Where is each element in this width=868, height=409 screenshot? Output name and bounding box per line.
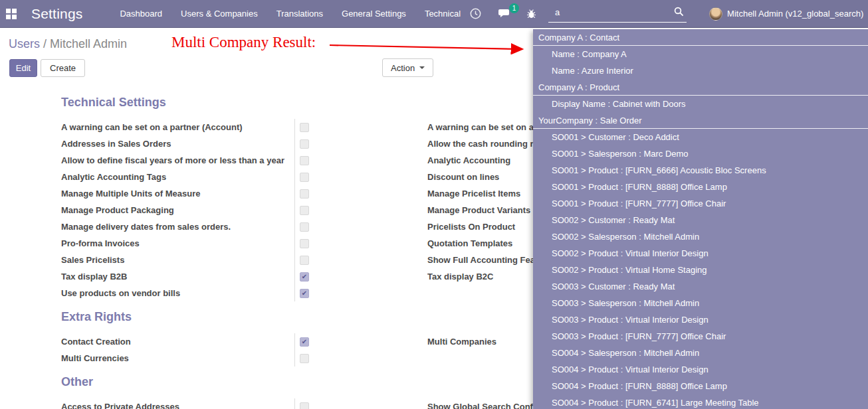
checkbox-cell xyxy=(294,285,427,301)
search-result-item[interactable]: SO003 > Customer : Ready Mat xyxy=(533,278,868,295)
checkbox-cell xyxy=(294,169,427,185)
checkbox[interactable] xyxy=(300,139,309,149)
search-result-item[interactable]: Name : Company A xyxy=(533,46,868,62)
search-result-item[interactable]: SO002 > Salesperson : Mitchell Admin xyxy=(533,228,868,245)
search-result-item[interactable]: SO001 > Product : [FURN_7777] Office Cha… xyxy=(533,195,868,212)
search-result-item[interactable]: SO004 > Product : [FURN_8888] Office Lam… xyxy=(533,378,868,394)
setting-label: Access to Private Addresses xyxy=(61,402,294,409)
breadcrumb-separator: / xyxy=(40,37,50,50)
setting-label: Manage Multiple Units of Measure xyxy=(61,189,294,199)
checkbox-cell xyxy=(294,235,427,252)
search-result-item[interactable]: SO002 > Customer : Ready Mat xyxy=(533,212,868,228)
checkbox[interactable] xyxy=(300,123,309,132)
setting-label: Manage delivery dates from sales orders. xyxy=(61,222,294,232)
search-result-item[interactable]: SO001 > Salesperson : Marc Demo xyxy=(533,145,868,162)
checkbox-cell xyxy=(294,218,427,235)
search-group-header: Company A : Product xyxy=(533,79,868,96)
setting-label: Pro-forma Invoices xyxy=(61,238,294,248)
action-label: Action xyxy=(391,63,415,73)
setting-label: Sales Pricelists xyxy=(61,255,294,265)
chevron-down-icon xyxy=(419,66,425,69)
magnifier-icon[interactable] xyxy=(674,7,684,19)
nav-item-users-companies[interactable]: Users & Companies xyxy=(171,0,267,28)
checkbox[interactable] xyxy=(300,173,309,182)
checkbox[interactable] xyxy=(300,156,309,165)
search-result-item[interactable]: SO004 > Salesperson : Mitchell Admin xyxy=(533,345,868,361)
search-result-item[interactable]: SO003 > Salesperson : Mitchell Admin xyxy=(533,295,868,311)
action-dropdown-button[interactable]: Action xyxy=(382,58,433,77)
top-menu: DashboardUsers & CompaniesTranslationsGe… xyxy=(110,0,470,28)
search-result-item[interactable]: SO001 > Customer : Deco Addict xyxy=(533,129,868,145)
user-menu[interactable]: Mitchell Admin (v12_global_search) xyxy=(727,9,863,19)
checkbox[interactable] xyxy=(300,289,309,298)
global-search-dropdown: Company A : ContactName : Company AName … xyxy=(533,29,868,409)
search-result-item[interactable]: SO001 > Product : [FURN_6666] Acoustic B… xyxy=(533,162,868,179)
setting-label: Multi Currencies xyxy=(61,353,294,363)
checkbox-cell xyxy=(294,135,427,152)
top-navbar: Settings DashboardUsers & CompaniesTrans… xyxy=(0,0,868,28)
checkbox[interactable] xyxy=(300,222,309,232)
checkbox[interactable] xyxy=(300,189,309,199)
checkbox[interactable] xyxy=(300,354,309,363)
checkbox-cell xyxy=(294,333,427,350)
nav-item-dashboard[interactable]: Dashboard xyxy=(110,0,171,28)
setting-label: Tax display B2B xyxy=(61,272,294,282)
user-avatar[interactable] xyxy=(709,7,722,21)
grid-icon xyxy=(6,9,17,19)
setting-label: Manage Product Packaging xyxy=(61,205,294,215)
message-count-badge: 1 xyxy=(509,3,519,13)
debug-button[interactable] xyxy=(526,9,536,19)
search-group-header: Company A : Contact xyxy=(533,29,868,46)
checkbox[interactable] xyxy=(300,206,309,215)
messages-button[interactable]: 1 xyxy=(498,8,512,19)
setting-label: A warning can be set on a partner (Accou… xyxy=(61,122,294,132)
nav-item-general-settings[interactable]: General Settings xyxy=(332,0,415,28)
activities-button[interactable] xyxy=(470,8,481,19)
search-result-item[interactable]: SO004 > Product : [FURN_6741] Large Meet… xyxy=(533,394,868,409)
breadcrumb: Users / Mitchell Admin xyxy=(9,37,127,51)
checkbox-cell xyxy=(294,350,427,367)
edit-button[interactable]: Edit xyxy=(9,59,37,77)
apps-menu-button[interactable] xyxy=(6,0,17,28)
create-button[interactable]: Create xyxy=(41,59,85,77)
checkbox-cell xyxy=(294,185,427,202)
search-result-item[interactable]: SO004 > Product : Virtual Interior Desig… xyxy=(533,361,868,378)
setting-label: Allow to define fiscal years of more or … xyxy=(61,155,294,165)
annotation-arrow xyxy=(319,39,532,56)
bug-icon xyxy=(526,9,536,19)
checkbox-cell xyxy=(294,252,427,268)
breadcrumb-link-users[interactable]: Users xyxy=(9,37,40,50)
search-result-item[interactable]: Display Name : Cabinet with Doors xyxy=(533,96,868,112)
systray: 1 Mitchell Admin (v12_global_search) xyxy=(470,0,868,28)
search-result-item[interactable]: SO002 > Product : Virtual Home Staging xyxy=(533,262,868,278)
checkbox[interactable] xyxy=(300,337,309,347)
setting-label: Analytic Accounting Tags xyxy=(61,172,294,182)
nav-item-technical[interactable]: Technical xyxy=(415,0,470,28)
annotation-text: Multi Company Result: xyxy=(171,34,316,51)
checkbox[interactable] xyxy=(300,256,309,265)
search-result-item[interactable]: SO003 > Product : [FURN_7777] Office Cha… xyxy=(533,328,868,345)
checkbox-cell xyxy=(294,152,427,169)
checkbox[interactable] xyxy=(300,272,309,282)
clock-icon xyxy=(470,8,481,19)
search-result-item[interactable]: SO003 > Product : Virtual Interior Desig… xyxy=(533,311,868,328)
search-result-item[interactable]: Name : Azure Interior xyxy=(533,62,868,79)
setting-label: Addresses in Sales Orders xyxy=(61,139,294,149)
search-result-item[interactable]: SO002 > Product : Virtual Interior Desig… xyxy=(533,245,868,262)
search-result-item[interactable]: SO001 > Product : [FURN_8888] Office Lam… xyxy=(533,179,868,195)
breadcrumb-current: Mitchell Admin xyxy=(50,37,127,50)
checkbox[interactable] xyxy=(300,239,309,248)
nav-item-translations[interactable]: Translations xyxy=(267,0,332,28)
checkbox-cell xyxy=(294,202,427,218)
checkbox-cell xyxy=(294,268,427,285)
search-group-header: YourCompany : Sale Order xyxy=(533,112,868,129)
global-search xyxy=(548,5,687,23)
global-search-input[interactable] xyxy=(548,5,687,23)
setting-label: Contact Creation xyxy=(61,337,294,347)
checkbox-cell xyxy=(294,398,427,409)
checkbox-cell xyxy=(294,119,427,135)
checkbox[interactable] xyxy=(300,402,309,409)
app-title[interactable]: Settings xyxy=(31,6,82,22)
setting-label: Use products on vendor bills xyxy=(61,288,294,298)
